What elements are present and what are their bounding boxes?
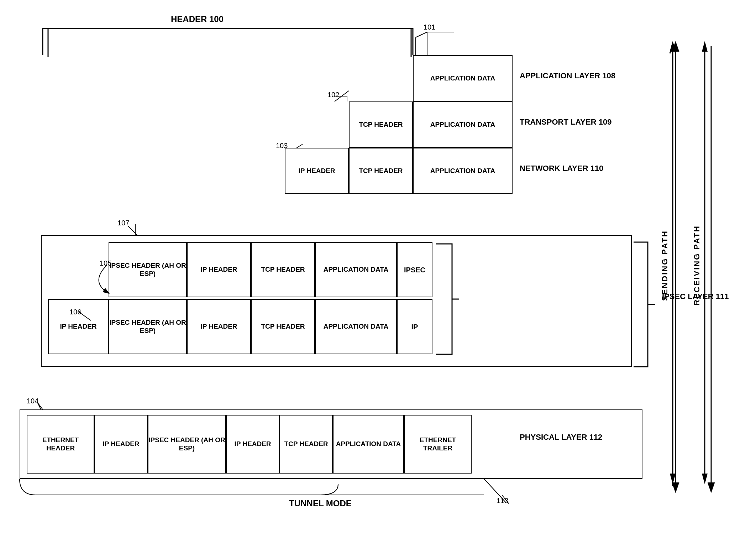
ethernet-trailer: ETHERNET TRAILER	[404, 415, 472, 474]
ref-107: 107	[117, 219, 129, 227]
ipsec-header-row4: IPSEC HEADER (AH OR ESP)	[109, 242, 187, 297]
app-data-row5: APPLICATION DATA	[315, 299, 397, 354]
physical-layer-label: PHYSICAL LAYER 112	[520, 433, 602, 442]
tcp-header-row2: TCP HEADER	[349, 101, 413, 148]
app-data-row3: APPLICATION DATA	[413, 148, 513, 194]
ref-104: 104	[27, 397, 38, 405]
ref-101: 101	[424, 23, 435, 31]
diagram-container: APPLICATION DATA APPLICATION LAYER 108 T…	[0, 0, 756, 533]
application-layer-label: APPLICATION LAYER 108	[520, 71, 615, 80]
svg-line-3	[673, 43, 676, 53]
svg-line-2	[670, 43, 673, 53]
svg-marker-1	[670, 474, 676, 484]
ip-header-row4: IP HEADER	[187, 242, 251, 297]
ref-113: 113	[497, 497, 508, 505]
ip-label-row5: IP	[397, 299, 432, 354]
svg-marker-7	[702, 41, 708, 52]
ipsec-header-phys: IPSEC HEADER (AH OR ESP)	[148, 415, 226, 474]
ip-header-phys: IP HEADER	[94, 415, 148, 474]
ipsec-label-row4: IPSEC	[397, 242, 432, 297]
ip-header-row5-outer: IP HEADER	[48, 299, 109, 354]
tcp-header-row3: TCP HEADER	[349, 148, 413, 194]
tcp-header-row5: TCP HEADER	[251, 299, 315, 354]
tcp-header-row4: TCP HEADER	[251, 242, 315, 297]
network-layer-label: NETWORK LAYER 110	[520, 164, 603, 173]
app-data-row1: APPLICATION DATA	[413, 55, 513, 101]
tcp-header-phys: TCP HEADER	[279, 415, 333, 474]
ip-header-phys2: IP HEADER	[226, 415, 279, 474]
ref-105: 105	[100, 259, 111, 267]
header-100-label: HEADER 100	[171, 14, 224, 24]
svg-marker-6	[702, 474, 708, 484]
app-data-row4: APPLICATION DATA	[315, 242, 397, 297]
svg-line-10	[416, 32, 427, 37]
receiving-path-label: RECEIVING PATH	[692, 46, 702, 484]
app-data-row2: APPLICATION DATA	[413, 101, 513, 148]
ipsec-header-row5: IPSEC HEADER (AH OR ESP)	[109, 299, 187, 354]
ethernet-header: ETHERNET HEADER	[27, 415, 94, 474]
app-data-phys: APPLICATION DATA	[333, 415, 404, 474]
svg-marker-4	[670, 41, 676, 52]
ref-102: 102	[327, 91, 339, 99]
ref-106: 106	[69, 308, 81, 316]
ip-header-row5-inner: IP HEADER	[187, 299, 251, 354]
tunnel-mode-label: TUNNEL MODE	[142, 498, 498, 508]
ip-header-row3: IP HEADER	[285, 148, 349, 194]
transport-layer-label: TRANSPORT LAYER 109	[520, 117, 611, 127]
ref-103: 103	[276, 142, 288, 150]
sending-path-label: SENDING PATH	[660, 46, 670, 484]
